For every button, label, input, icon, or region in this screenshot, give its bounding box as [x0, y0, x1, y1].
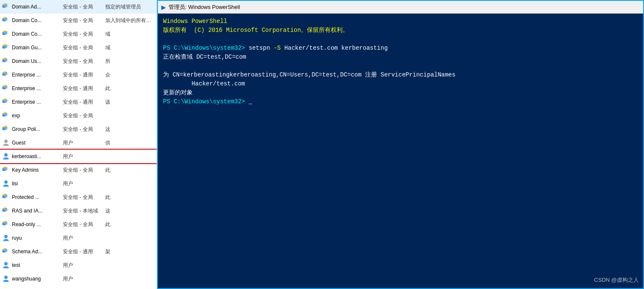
list-item[interactable]: Domain Us...安全组 - 全局所	[0, 54, 157, 68]
group-icon	[2, 166, 10, 174]
item-name: Key Admins	[12, 167, 63, 173]
svg-point-40	[4, 140, 7, 143]
group-icon	[2, 125, 10, 133]
list-item[interactable]: test用户	[0, 258, 157, 272]
svg-point-44	[3, 167, 5, 169]
list-item[interactable]: lisi用户	[0, 177, 157, 190]
svg-point-31	[4, 99, 6, 100]
group-icon	[2, 98, 10, 106]
list-item[interactable]: yuguan用户	[0, 286, 157, 289]
svg-point-30	[3, 99, 5, 101]
svg-point-39	[4, 126, 6, 128]
list-item[interactable]: Domain Gu...安全组 - 全局域	[0, 41, 157, 54]
group-icon	[2, 207, 10, 215]
group-icon	[2, 220, 10, 229]
item-name: ruyu	[12, 235, 63, 241]
group-icon	[2, 84, 10, 93]
svg-point-2	[3, 4, 5, 6]
list-item[interactable]: Domain Ad...安全组 - 全局指定的域管理员	[0, 0, 157, 14]
svg-point-6	[3, 17, 5, 19]
svg-point-46	[4, 181, 7, 184]
svg-point-64	[4, 262, 7, 265]
svg-point-18	[3, 58, 5, 60]
user-icon	[2, 179, 10, 188]
list-item[interactable]: wangshuang用户	[0, 272, 157, 286]
item-type: 用户	[63, 275, 105, 283]
item-desc: 架	[105, 248, 155, 255]
user-icon	[2, 139, 10, 147]
svg-point-54	[4, 207, 6, 209]
svg-point-45	[4, 167, 6, 168]
list-item[interactable]: Protected ...安全组 - 全局此	[0, 190, 157, 204]
item-desc: 此	[105, 194, 155, 201]
group-icon	[2, 16, 10, 25]
ps-icon: ▶	[161, 4, 166, 11]
ps-line	[163, 62, 638, 71]
list-item[interactable]: Read-only ...安全组 - 全局此	[0, 218, 157, 231]
group-icon	[2, 43, 10, 52]
list-item[interactable]: Enterprise ...安全组 - 通用此	[0, 82, 157, 95]
item-type: 安全组 - 通用	[63, 99, 105, 106]
item-type: 安全组 - 全局	[63, 221, 105, 228]
ps-line: 更新的对象	[163, 88, 638, 97]
item-name: Enterprise ...	[12, 99, 63, 105]
item-name: Domain Gu...	[12, 45, 63, 51]
item-name: Guest	[12, 140, 63, 146]
list-item[interactable]: Group Poli...安全组 - 全局这	[0, 122, 157, 136]
list-item[interactable]: RAS and IA...安全组 - 本地域这	[0, 204, 157, 218]
group-icon	[2, 57, 10, 65]
group-icon	[2, 30, 10, 38]
user-icon	[2, 152, 10, 161]
ps-prompt-line: PS C:\Windows\system32> _	[163, 97, 638, 106]
user-icon	[2, 261, 10, 269]
item-name: Domain Ad...	[12, 4, 63, 10]
list-item[interactable]: Enterprise ...安全组 - 通用该	[0, 95, 157, 109]
ps-line: Windows PowerShell	[163, 17, 638, 26]
svg-point-57	[3, 221, 5, 223]
item-desc: 此	[105, 167, 155, 174]
ps-line	[163, 35, 638, 44]
svg-point-53	[3, 208, 5, 210]
svg-point-22	[3, 72, 5, 74]
list-item[interactable]: Schema Ad...安全组 - 通用架	[0, 245, 157, 258]
item-name: RAS and IA...	[12, 208, 63, 214]
item-type: 用户	[63, 235, 105, 242]
item-name: Enterprise ...	[12, 85, 63, 91]
item-name: Schema Ad...	[12, 249, 63, 255]
list-item[interactable]: Key Admins安全组 - 全局此	[0, 163, 157, 177]
item-desc: 供	[105, 139, 155, 147]
list-item[interactable]: Domain Co...安全组 - 全局加入到域中的所有工作...	[0, 14, 157, 27]
ps-titlebar: ▶ 管理员: Windows PowerShell	[158, 1, 643, 14]
item-desc: 加入到域中的所有工作...	[105, 17, 155, 24]
item-desc: 指定的域管理员	[105, 3, 155, 11]
item-type: 安全组 - 全局	[63, 31, 105, 38]
list-item[interactable]: kerberoasti...用户	[0, 150, 157, 163]
item-name: test	[12, 262, 63, 268]
item-name: Group Poli...	[12, 126, 63, 132]
user-icon	[2, 234, 10, 242]
item-desc: 这	[105, 126, 155, 133]
item-name: exp	[12, 113, 63, 119]
list-item[interactable]: exp安全组 - 全局	[0, 109, 157, 122]
list-item[interactable]: Enterprise ...安全组 - 通用企	[0, 68, 157, 82]
item-type: 安全组 - 本地域	[63, 207, 105, 215]
list-item[interactable]: Guest用户供	[0, 136, 157, 150]
ps-line: 正在检查域 DC=test,DC=com	[163, 53, 638, 62]
svg-point-34	[3, 113, 5, 114]
svg-point-49	[3, 194, 5, 196]
ps-body[interactable]: Windows PowerShell版权所有 (C) 2016 Microsof…	[158, 14, 643, 288]
list-item[interactable]: Domain Co...安全组 - 全局域	[0, 27, 157, 41]
group-icon	[2, 247, 10, 256]
item-name: Enterprise ...	[12, 72, 63, 78]
item-type: 用户	[63, 153, 105, 160]
ps-line: 为 CN=kerberoastingkerberoasting,CN=Users…	[163, 71, 638, 79]
item-name: Read-only ...	[12, 221, 63, 227]
ps-line: 版权所有 (C) 2016 Microsoft Corporation。保留所有…	[163, 26, 638, 35]
svg-point-62	[3, 249, 5, 250]
list-item[interactable]: ruyu用户	[0, 231, 157, 245]
item-type: 安全组 - 全局	[63, 167, 105, 174]
item-type: 安全组 - 全局	[63, 58, 105, 65]
item-desc: 该	[105, 99, 155, 106]
item-name: Domain Us...	[12, 58, 63, 64]
item-desc: 此	[105, 85, 155, 92]
